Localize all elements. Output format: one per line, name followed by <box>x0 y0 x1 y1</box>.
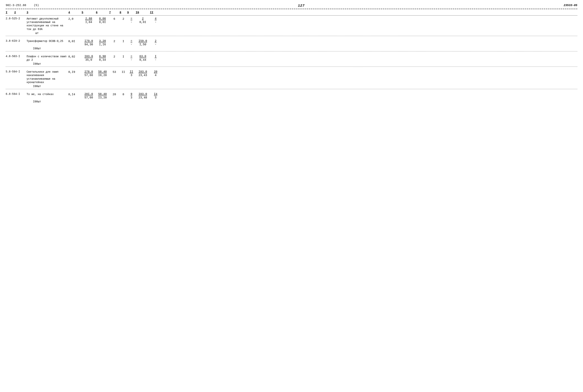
row-col11: 2- <box>150 40 161 46</box>
row-col8: 2 <box>120 17 127 21</box>
table-row: 6.8-594-IТо же, на стойках0,I420I,057,60… <box>6 91 577 104</box>
row-col11: 4- <box>150 17 161 24</box>
row-col11: I- <box>150 55 161 62</box>
row-col8: I <box>120 40 127 43</box>
col-header-3: 3 <box>27 11 68 14</box>
row-unit: I00шт <box>6 47 577 50</box>
row-unit: шт <box>6 31 577 35</box>
row-description: Трансформатор ОСОВ-0,25 <box>27 40 68 43</box>
row-col6: 58,40I8,20 <box>96 70 109 77</box>
row-col7: 28 <box>109 92 120 96</box>
col-header-7: 7 <box>109 11 120 14</box>
row-col10: 20,0I <box>136 17 150 24</box>
row-col5: 20I,057,60 <box>82 92 96 99</box>
page-number: 127 <box>298 4 305 8</box>
row-unit: I00шт <box>6 62 577 66</box>
row-description: То же, на стойках <box>27 92 68 96</box>
col-header-11: II <box>150 11 161 14</box>
row-col9: =- <box>127 55 136 62</box>
table-row: 4.8-503-IПлафон с количеством ламп до 20… <box>6 53 577 67</box>
col-header-10: I0 <box>136 11 150 14</box>
table-row: 5.8-594-IСветильники для ламп накаливани… <box>6 69 577 89</box>
row-col6: 3,20I,I6 <box>96 40 109 46</box>
col-header-6: 6 <box>96 11 109 14</box>
row-col10: I59,0I,50 <box>136 40 150 46</box>
table-row: 3.8-6I0-2Трансформатор ОСОВ-0,250,0II79,… <box>6 38 577 52</box>
row-col5: I79,094,30 <box>82 40 96 46</box>
data-row: 5.8-594-IСветильники для ламп накаливани… <box>6 69 577 84</box>
row-col9: 93 <box>127 92 136 99</box>
row-col9: II3 <box>127 70 136 77</box>
data-row: 4.8-503-IПлафон с количеством ламп до 20… <box>6 53 577 62</box>
row-col5: 278,057,60 <box>82 70 96 77</box>
col-header-4: 4 <box>68 11 82 14</box>
row-code: 5.8-594-I <box>6 70 27 73</box>
row-description: Автомат двухполюсный устанавливаемый на … <box>27 17 68 31</box>
row-description: Светильники для ламп накаливания устанав… <box>27 70 68 84</box>
col-header-9: 9 <box>127 11 136 14</box>
row-col7: 2 <box>109 55 120 58</box>
row-col10: I03,023,48 <box>136 92 150 99</box>
top-rule <box>6 9 577 9</box>
row-col4: 0,I4 <box>68 92 82 96</box>
table-row: 2.8-525-2Автомат двухполюсный устанавлив… <box>6 16 577 36</box>
page-header: 90I-3-25I.88 (5) 127 23533-05 <box>6 4 577 8</box>
col-header-5: 5 <box>82 11 96 14</box>
row-col11: I43 <box>150 92 161 99</box>
row-col7: 53 <box>109 70 120 74</box>
doc-ref: 23533-05 <box>564 4 577 7</box>
row-unit: I00шт <box>6 84 577 88</box>
column-headers: I 2 3 4 5 6 7 8 9 I0 II <box>6 10 577 16</box>
row-code: 2.8-525-2 <box>6 17 27 20</box>
row-col5: 2,88I,04 <box>82 17 96 24</box>
header-left: 90I-3-25I.88 (5) <box>6 4 39 7</box>
doc-num: (5) <box>34 4 39 7</box>
row-col10: 63,00,44 <box>136 55 150 62</box>
row-col7: 6 <box>109 17 120 21</box>
row-col8: I <box>120 55 127 58</box>
row-col8: II <box>120 70 127 74</box>
data-row: 6.8-594-IТо же, на стойках0,I420I,057,60… <box>6 91 577 100</box>
data-row: 3.8-6I0-2Трансформатор ОСОВ-0,250,0II79,… <box>6 38 577 47</box>
row-col4: 0,0I <box>68 40 82 43</box>
row-col11: 204 <box>150 70 161 77</box>
doc-code: 90I-3-25I.88 <box>6 4 26 7</box>
row-code: 3.8-6I0-2 <box>6 40 27 42</box>
row-col10: I03,023,43 <box>136 70 150 77</box>
row-col9: =- <box>127 17 136 24</box>
row-description: Плафон с количеством ламп до 2 <box>27 55 68 62</box>
row-col4: 0,I9 <box>68 70 82 74</box>
col-header-1: I 2 <box>6 11 27 14</box>
row-col6: 58,40I3,20 <box>96 92 109 99</box>
row-col4: 0,02 <box>68 55 82 58</box>
row-col7: 2 <box>109 40 120 43</box>
row-col6: 0,060,0I <box>96 17 109 24</box>
row-col8: 8 <box>120 92 127 96</box>
row-col9: =- <box>127 40 136 46</box>
row-code: 4.8-503-I <box>6 55 27 58</box>
table-body: 2.8-525-2Автомат двухполюсный устанавлив… <box>6 16 577 104</box>
col-header-8: 8 <box>120 11 127 14</box>
data-row: 2.8-525-2Автомат двухполюсный устанавлив… <box>6 16 577 31</box>
row-col6: 0,900,34 <box>96 55 109 62</box>
row-code: 6.8-594-I <box>6 92 27 96</box>
row-col5: I03,035,0 <box>82 55 96 62</box>
row-unit: I00шт <box>6 100 577 104</box>
row-col4: 2,0 <box>68 17 82 21</box>
